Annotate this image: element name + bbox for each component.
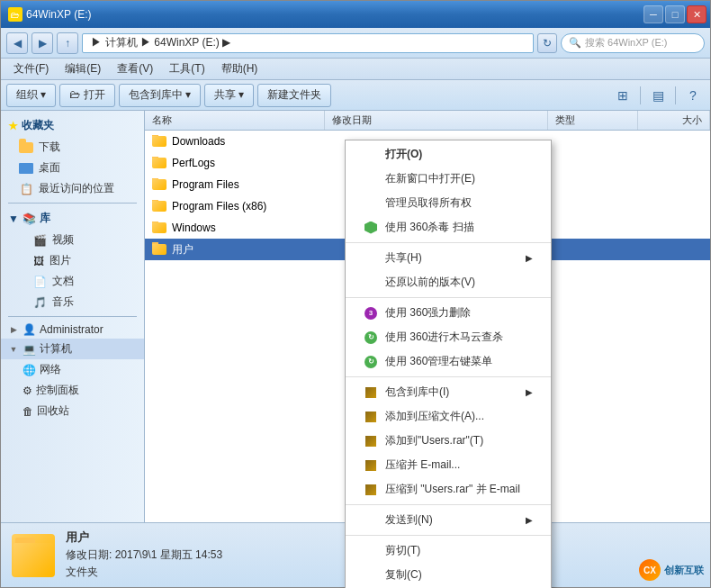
new-folder-button[interactable]: 新建文件夹 [257,84,331,107]
col-header-type[interactable]: 类型 [548,111,638,130]
back-button[interactable]: ◀ [6,32,28,54]
music-icon: 🎵 [33,296,47,309]
ctx-restore[interactable]: 还原以前的版本(V) [346,270,551,294]
cut-icon [364,544,378,558]
doc-icon: 📄 [33,276,47,288]
ctx-div1 [346,242,551,243]
include-lib-button[interactable]: 包含到库中 ▾ [119,84,201,107]
sidebar-favorites-section: ★ 收藏夹 下载 桌面 📋 最近访问的位置 [1,114,144,199]
download-folder-icon [19,140,33,155]
menu-tools[interactable]: 工具(T) [162,59,212,78]
maximize-button[interactable]: □ [665,5,685,23]
preview-pane-button[interactable]: ▤ [646,84,670,107]
ctx-cut[interactable]: 剪切(T) [346,538,551,563]
file-name-downloads: Downloads [145,135,325,148]
col-header-name[interactable]: 名称 [145,111,325,130]
title-bar-left: 🗁 64WinXP (E:) [8,7,91,22]
menu-view[interactable]: 查看(V) [110,59,160,78]
sidebar-item-video[interactable]: 🎬 视频 [15,230,144,250]
360-delete-icon: 3 [364,306,378,321]
file-name-users: 用户 [145,242,325,258]
help-button[interactable]: ? [681,84,705,107]
status-text: 用户 修改日期: 2017\9\1 星期五 14:53 文件夹 [66,529,222,582]
col-header-size[interactable]: 大小 [638,111,710,130]
view-toggle-button[interactable]: ⊞ [611,84,634,107]
ctx-div2 [346,297,551,298]
rar-icon1 [364,410,378,424]
close-button[interactable]: ✕ [687,5,706,23]
ctx-compress[interactable]: 添加到压缩文件(A)... [346,404,551,429]
share-button[interactable]: 共享 ▾ [204,84,254,107]
status-modified: 修改日期: 2017\9\1 星期五 14:53 [66,547,222,563]
star-icon: ★ [8,120,18,132]
watermark: CX 创新互联 [639,559,704,581]
library-expand[interactable]: ▼ 📚 库 [1,207,144,230]
minimize-button[interactable]: ─ [644,5,663,23]
menu-bar: 文件(F) 编辑(E) 查看(V) 工具(T) 帮助(H) [1,59,710,80]
sidebar-item-computer[interactable]: ▼ 💻 计算机 [1,339,144,359]
admin-icon: 👤 [22,323,36,336]
sidebar-divider1 [8,203,137,204]
organize-button[interactable]: 组织 ▾ [6,84,56,107]
recent-icon: 📋 [19,182,33,196]
sidebar-item-controlpanel[interactable]: ⚙ 控制面板 [1,380,144,401]
forward-button[interactable]: ▶ [32,32,53,54]
ctx-include-lib[interactable]: 包含到库中(I) ▶ [346,380,551,404]
sidebar-item-recent[interactable]: 📋 最近访问的位置 [1,178,144,199]
ctx-360-manage[interactable]: ↻ 使用 360管理右键菜单 [346,349,551,374]
file-name-perflogs: PerfLogs [145,157,325,169]
sidebar-item-docs[interactable]: 📄 文档 [15,271,144,292]
menu-edit[interactable]: 编辑(E) [58,59,108,78]
favorites-title: ★ 收藏夹 [1,114,144,137]
rar-icon4 [364,483,378,497]
sidebar-library-section: ▼ 📚 库 🎬 视频 🖼 图片 📄 文档 [1,207,144,312]
ctx-open-new[interactable]: 在新窗口中打开(E) [346,167,551,191]
sidebar-item-desktop[interactable]: 桌面 [1,158,144,178]
up-button[interactable]: ↑ [57,32,78,54]
ctx-add-to-users-rar[interactable]: 添加到"Users.rar"(T) [346,429,551,453]
ctx-share[interactable]: 共享(H) ▶ [346,246,551,270]
folder-icon [152,222,166,233]
ctx-copy[interactable]: 复制(C) [346,563,551,587]
menu-file[interactable]: 文件(F) [6,59,56,78]
search-box[interactable]: 🔍 搜索 64WinXP (E:) [561,33,705,53]
admin-icon [364,196,378,211]
sidebar-item-recycle[interactable]: 🗑 回收站 [1,401,144,421]
status-folder-name: 用户 [66,529,222,546]
sidebar-item-music[interactable]: 🎵 音乐 [15,292,144,312]
sidebar-item-downloads[interactable]: 下载 [1,137,144,158]
sidebar-item-administrator[interactable]: ▶ 👤 Administrator [1,321,144,339]
restore-icon [364,276,378,290]
share-icon [364,251,378,266]
open-button[interactable]: 🗁 打开 [59,84,114,107]
lib-icon [364,385,378,400]
ctx-sendto[interactable]: 发送到(N) ▶ [346,508,551,532]
360-trojan-icon: ↻ [364,330,378,345]
col-header-date[interactable]: 修改日期 [325,111,548,130]
folder-icon [152,179,166,190]
ctx-admin-own[interactable]: 管理员取得所有权 [346,191,551,215]
file-name-pfx86: Program Files (x86) [145,200,325,213]
toolbar-separator2 [675,86,676,104]
ctx-open[interactable]: 打开(O) [346,142,551,167]
ctx-360-delete[interactable]: 3 使用 360强力删除 [346,301,551,325]
title-controls: ─ □ ✕ [644,5,706,23]
ctx-360-trojan[interactable]: ↻ 使用 360进行木马云查杀 [346,325,551,349]
menu-help[interactable]: 帮助(H) [214,59,266,78]
tree-toggle-admin: ▶ [8,324,19,335]
ctx-compress-users-email[interactable]: 压缩到 "Users.rar" 并 E-mail [346,477,551,502]
sidebar-item-network[interactable]: 🌐 网络 [1,359,144,380]
shield-360-icon [364,221,378,235]
chevron-icon: ▼ [8,213,19,225]
network-icon: 🌐 [22,364,36,376]
ctx-compress-email[interactable]: 压缩并 E-mail... [346,453,551,477]
watermark-logo: CX [639,559,661,581]
sidebar-item-image[interactable]: 🖼 图片 [15,250,144,271]
address-field[interactable]: ▶ 计算机 ▶ 64WinXP (E:) ▶ [82,33,534,53]
recycle-icon: 🗑 [22,405,33,418]
ctx-360-scan[interactable]: 使用 360杀毒 扫描 [346,215,551,240]
search-icon: 🔍 [569,37,581,49]
ctx-div5 [346,535,551,536]
refresh-button[interactable]: ↻ [537,33,557,53]
folder-icon [152,158,166,168]
